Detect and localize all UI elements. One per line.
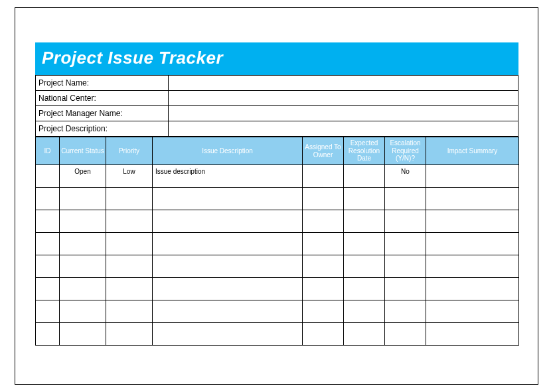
- cell-issue-description[interactable]: [153, 210, 303, 233]
- meta-value-project-name[interactable]: [169, 76, 518, 91]
- col-header-current-status: Current Status: [60, 137, 106, 165]
- cell-assigned-to-owner[interactable]: [303, 300, 344, 323]
- cell-current-status[interactable]: [60, 233, 106, 255]
- cell-expected-resolution-date[interactable]: [344, 300, 385, 323]
- table-row: [36, 323, 519, 346]
- cell-issue-description[interactable]: [153, 188, 303, 210]
- cell-escalation-required[interactable]: [385, 323, 426, 346]
- cell-priority[interactable]: [106, 300, 153, 323]
- page-frame: Project Issue Tracker Project Name: Nati…: [15, 7, 538, 385]
- cell-expected-resolution-date[interactable]: [344, 233, 385, 255]
- cell-escalation-required[interactable]: [385, 188, 426, 210]
- cell-assigned-to-owner[interactable]: [303, 233, 344, 255]
- cell-current-status[interactable]: [60, 255, 106, 278]
- cell-issue-description[interactable]: [153, 233, 303, 255]
- cell-assigned-to-owner[interactable]: [303, 278, 344, 300]
- cell-priority[interactable]: [106, 210, 153, 233]
- col-header-escalation-required: Escalation Required (Y/N)?: [385, 137, 426, 165]
- cell-id[interactable]: [36, 233, 60, 255]
- cell-escalation-required[interactable]: [385, 300, 426, 323]
- col-header-issue-description: Issue Description: [153, 137, 303, 165]
- meta-label-project-description: Project Description:: [36, 121, 169, 137]
- cell-escalation-required[interactable]: [385, 255, 426, 278]
- cell-escalation-required[interactable]: No: [385, 165, 426, 188]
- cell-id[interactable]: [36, 188, 60, 210]
- cell-issue-description[interactable]: [153, 300, 303, 323]
- table-row: [36, 300, 519, 323]
- cell-id[interactable]: [36, 210, 60, 233]
- cell-issue-description[interactable]: [153, 278, 303, 300]
- col-header-id: ID: [36, 137, 60, 165]
- table-row: [36, 255, 519, 278]
- meta-label-national-center: National Center:: [36, 91, 169, 106]
- cell-assigned-to-owner[interactable]: [303, 165, 344, 188]
- meta-value-national-center[interactable]: [169, 91, 518, 106]
- cell-expected-resolution-date[interactable]: [344, 210, 385, 233]
- cell-assigned-to-owner[interactable]: [303, 255, 344, 278]
- cell-current-status[interactable]: Open: [60, 165, 106, 188]
- cell-priority[interactable]: Low: [106, 165, 153, 188]
- cell-impact-summary[interactable]: [426, 300, 519, 323]
- cell-expected-resolution-date[interactable]: [344, 323, 385, 346]
- cell-issue-description[interactable]: [153, 323, 303, 346]
- col-header-priority: Priority: [106, 137, 153, 165]
- table-row: [36, 278, 519, 300]
- cell-current-status[interactable]: [60, 188, 106, 210]
- cell-escalation-required[interactable]: [385, 233, 426, 255]
- cell-expected-resolution-date[interactable]: [344, 165, 385, 188]
- cell-impact-summary[interactable]: [426, 278, 519, 300]
- cell-id[interactable]: [36, 278, 60, 300]
- cell-id[interactable]: [36, 300, 60, 323]
- meta-label-project-manager: Project Manager Name:: [36, 106, 169, 121]
- content-area: Project Issue Tracker Project Name: Nati…: [35, 42, 518, 346]
- cell-impact-summary[interactable]: [426, 255, 519, 278]
- cell-assigned-to-owner[interactable]: [303, 188, 344, 210]
- meta-table: Project Name: National Center: Project M…: [35, 75, 518, 137]
- page-title: Project Issue Tracker: [35, 42, 518, 75]
- cell-priority[interactable]: [106, 323, 153, 346]
- issue-table: ID Current Status Priority Issue Descrip…: [35, 137, 519, 346]
- col-header-expected-resolution-date: Expected Resolution Date: [344, 137, 385, 165]
- cell-priority[interactable]: [106, 188, 153, 210]
- meta-value-project-description[interactable]: [169, 121, 518, 137]
- cell-expected-resolution-date[interactable]: [344, 188, 385, 210]
- cell-impact-summary[interactable]: [426, 233, 519, 255]
- table-row: OpenLowIssue descriptionNo: [36, 165, 519, 188]
- cell-issue-description[interactable]: [153, 255, 303, 278]
- table-row: [36, 233, 519, 255]
- cell-issue-description[interactable]: Issue description: [153, 165, 303, 188]
- table-row: [36, 210, 519, 233]
- cell-impact-summary[interactable]: [426, 323, 519, 346]
- cell-impact-summary[interactable]: [426, 165, 519, 188]
- meta-label-project-name: Project Name:: [36, 76, 169, 91]
- cell-expected-resolution-date[interactable]: [344, 278, 385, 300]
- cell-assigned-to-owner[interactable]: [303, 323, 344, 346]
- col-header-impact-summary: Impact Summary: [426, 137, 519, 165]
- cell-id[interactable]: [36, 255, 60, 278]
- col-header-assigned-to-owner: Assigned To Owner: [303, 137, 344, 165]
- cell-escalation-required[interactable]: [385, 210, 426, 233]
- table-header-row: ID Current Status Priority Issue Descrip…: [36, 137, 519, 165]
- cell-priority[interactable]: [106, 233, 153, 255]
- cell-priority[interactable]: [106, 255, 153, 278]
- cell-current-status[interactable]: [60, 278, 106, 300]
- cell-id[interactable]: [36, 323, 60, 346]
- cell-impact-summary[interactable]: [426, 210, 519, 233]
- cell-current-status[interactable]: [60, 210, 106, 233]
- cell-current-status[interactable]: [60, 300, 106, 323]
- table-row: [36, 188, 519, 210]
- cell-priority[interactable]: [106, 278, 153, 300]
- cell-expected-resolution-date[interactable]: [344, 255, 385, 278]
- cell-id[interactable]: [36, 165, 60, 188]
- cell-assigned-to-owner[interactable]: [303, 210, 344, 233]
- cell-current-status[interactable]: [60, 323, 106, 346]
- cell-escalation-required[interactable]: [385, 278, 426, 300]
- meta-value-project-manager[interactable]: [169, 106, 518, 121]
- cell-impact-summary[interactable]: [426, 188, 519, 210]
